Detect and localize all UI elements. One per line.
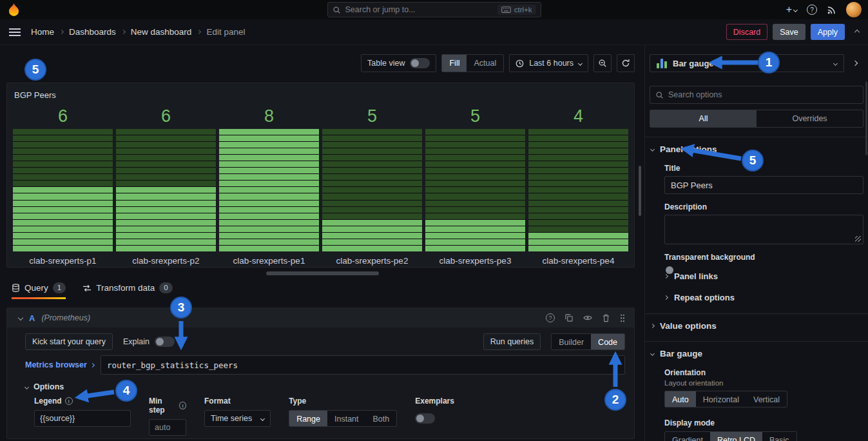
- options-search[interactable]: [650, 86, 863, 104]
- news-rss-icon[interactable]: [827, 5, 836, 15]
- lcd-cell-unlit: [322, 174, 422, 180]
- chevron-down-icon: [24, 384, 29, 389]
- min-step-input[interactable]: [149, 419, 186, 436]
- eye-icon[interactable]: [583, 315, 592, 321]
- apply-button[interactable]: Apply: [811, 24, 845, 40]
- actual-button[interactable]: Actual: [467, 55, 503, 72]
- lcd-cell-lit: [219, 129, 319, 135]
- fill-button[interactable]: Fill: [442, 55, 467, 72]
- code-button[interactable]: Code: [591, 334, 624, 350]
- global-search[interactable]: ctrl+k: [327, 2, 541, 17]
- chevron-right-icon: [197, 30, 201, 34]
- global-search-input[interactable]: [345, 5, 493, 14]
- chevron-right-icon: [121, 30, 126, 34]
- refresh-button[interactable]: [617, 54, 635, 72]
- save-button[interactable]: Save: [773, 24, 805, 40]
- panel-title-input[interactable]: [664, 176, 863, 194]
- drag-grip-icon[interactable]: [620, 314, 625, 322]
- display-gradient-button[interactable]: Gradient: [665, 432, 710, 441]
- query-help-icon[interactable]: [546, 313, 555, 322]
- lcd-cell-unlit: [425, 187, 525, 193]
- lcd-cell-unlit: [425, 201, 525, 206]
- orientation-auto-button[interactable]: Auto: [665, 391, 696, 407]
- duplicate-icon[interactable]: [565, 314, 573, 322]
- collapse-pane-button[interactable]: [847, 54, 863, 72]
- explain-toggle[interactable]: [155, 337, 175, 347]
- bar-gauge-section[interactable]: Bar gauge: [650, 348, 863, 360]
- breadcrumb-home[interactable]: Home: [31, 27, 54, 37]
- trash-icon[interactable]: [603, 314, 610, 322]
- discard-button[interactable]: Discard: [726, 24, 767, 40]
- zoom-out-button[interactable]: [593, 54, 612, 72]
- type-both-button[interactable]: Both: [366, 411, 397, 427]
- display-mode-radio-group: Gradient Retro LCD Basic: [664, 431, 797, 441]
- zoom-out-icon: [598, 59, 607, 68]
- bar-gauge-header: Bar gauge: [660, 349, 702, 358]
- run-queries-button[interactable]: Run queries: [483, 333, 541, 350]
- kick-start-button[interactable]: Kick start your query: [25, 333, 113, 350]
- options-search-input[interactable]: [668, 90, 858, 99]
- lcd-cell-lit: [116, 187, 216, 193]
- tab-transform-data[interactable]: Transform data 0: [82, 282, 172, 299]
- main-scrollbar-thumb[interactable]: [639, 166, 641, 216]
- lcd-cell-lit: [219, 246, 319, 251]
- visualization-picker[interactable]: Bar gauge: [650, 54, 844, 72]
- repeat-options-section[interactable]: Repeat options: [664, 290, 863, 304]
- bgp-peers-panel[interactable]: BGP Peers 668554 clab-srexperts-p1clab-s…: [6, 83, 635, 268]
- chevron-down-icon: [650, 351, 655, 356]
- breadcrumb-dashboards[interactable]: Dashboards: [69, 27, 116, 37]
- sidebar-scrollbar-thumb[interactable]: [865, 81, 867, 155]
- menu-icon[interactable]: [9, 28, 21, 36]
- filter-all-tab[interactable]: All: [650, 110, 757, 127]
- query-expression-input[interactable]: [101, 355, 625, 375]
- builder-button[interactable]: Builder: [552, 334, 591, 350]
- panel-links-section[interactable]: Panel links: [664, 269, 863, 283]
- user-avatar[interactable]: [846, 2, 862, 17]
- lcd-cell-unlit: [425, 161, 525, 167]
- orientation-horizontal-button[interactable]: Horizontal: [696, 391, 746, 407]
- filter-overrides-tab[interactable]: Overrides: [757, 110, 863, 127]
- info-icon[interactable]: [65, 397, 73, 405]
- lcd-cell-unlit: [425, 135, 525, 141]
- orientation-vertical-button[interactable]: Vertical: [746, 391, 787, 407]
- lcd-cell-lit: [528, 239, 628, 245]
- lcd-cell-unlit: [425, 213, 525, 219]
- lcd-cell-lit: [219, 168, 319, 173]
- panel-description-textarea[interactable]: [664, 215, 863, 244]
- lcd-cell-lit: [219, 135, 319, 141]
- chevron-down-icon: [793, 7, 798, 12]
- metrics-browser-link[interactable]: Metrics browser: [25, 360, 94, 369]
- grafana-logo-icon[interactable]: [8, 3, 20, 17]
- lcd-cell-unlit: [116, 129, 216, 135]
- transparent-background-label: Transparent background: [664, 253, 863, 262]
- help-icon[interactable]: [807, 5, 817, 15]
- lcd-cell-unlit: [116, 135, 216, 141]
- lcd-cell-unlit: [425, 129, 525, 135]
- value-options-section[interactable]: Value options: [650, 320, 863, 332]
- query-row-header[interactable]: A (Prometheus): [7, 308, 634, 328]
- builder-code-group: Builder Code: [551, 333, 625, 350]
- options-section-header[interactable]: Options: [7, 375, 634, 391]
- display-basic-button[interactable]: Basic: [762, 432, 796, 441]
- time-range-picker[interactable]: Last 6 hours: [509, 54, 588, 72]
- lcd-cell-unlit: [13, 135, 113, 141]
- format-select[interactable]: Time series: [204, 410, 271, 427]
- legend-input[interactable]: [34, 410, 131, 427]
- type-range-button[interactable]: Range: [289, 411, 327, 427]
- type-instant-button[interactable]: Instant: [327, 411, 366, 427]
- tab-query[interactable]: Query 1: [12, 282, 66, 299]
- lcd-cell-unlit: [116, 181, 216, 186]
- lcd-cell-unlit: [425, 181, 525, 186]
- table-view-toggle[interactable]: [410, 58, 430, 68]
- breadcrumb-new-dashboard[interactable]: New dashboard: [131, 27, 192, 37]
- gauge-label: clab-srexperts-pe1: [219, 256, 319, 266]
- info-icon[interactable]: [179, 402, 186, 409]
- gauge-value: 8: [219, 106, 319, 127]
- gauge-value: 6: [13, 106, 113, 127]
- add-button[interactable]: [786, 5, 797, 15]
- lcd-cell-lit: [219, 181, 319, 186]
- orientation-radio-group: Auto Horizontal Vertical: [664, 391, 787, 407]
- display-retro-lcd-button[interactable]: Retro LCD: [710, 432, 762, 441]
- exemplars-toggle[interactable]: [415, 413, 435, 424]
- chevron-up-icon[interactable]: [854, 29, 860, 34]
